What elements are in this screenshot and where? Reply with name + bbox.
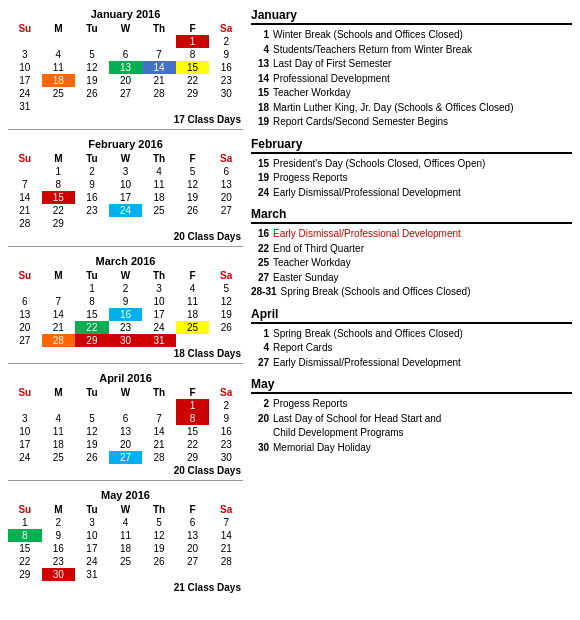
event-description: Students/Teachers Return from Winter Bre… [273,43,572,57]
calendar-cell: 11 [42,61,76,74]
day-header: Tu [75,22,109,35]
event-block: March16Early Dismissal/Professional Deve… [251,207,572,299]
class-days: 20 Class Days [8,230,243,243]
day-header: W [109,22,143,35]
day-header: Tu [75,386,109,399]
calendar-cell: 13 [176,529,210,542]
calendar-cell: 1 [8,516,42,529]
calendar-cell: 15 [8,542,42,555]
calendar-cell: 30 [42,568,76,581]
day-header: Th [142,152,176,165]
calendar-cell: 24 [142,321,176,334]
event-date: 15 [251,157,269,171]
calendar-cell: 20 [109,438,143,451]
calendar-cell [109,35,143,48]
calendar-cell: 28 [209,555,243,568]
event-date: 13 [251,57,269,71]
calendar-cell [109,217,143,230]
calendar-cell: 29 [176,451,210,464]
calendar-cell: 19 [75,438,109,451]
calendar-cell: 31 [75,568,109,581]
calendar-cell [142,568,176,581]
event-row: Child Development Programs [251,426,572,440]
calendar-cell [75,217,109,230]
class-days: 20 Class Days [8,464,243,477]
calendar-cell [209,100,243,113]
calendar-cell: 21 [142,74,176,87]
calendar-cell: 10 [75,529,109,542]
calendar-cell: 27 [109,87,143,100]
calendar-cell: 24 [8,451,42,464]
event-description: Professional Development [273,72,572,86]
event-row: 27Early Dismissal/Professional Developme… [251,356,572,370]
calendar-cell: 29 [176,87,210,100]
calendar-cell: 22 [176,438,210,451]
class-days: 21 Class Days [8,581,243,594]
calendar-cell: 27 [209,204,243,217]
calendar-cell [109,568,143,581]
calendar-cell: 21 [142,438,176,451]
calendar-cell: 19 [142,542,176,555]
calendar-cell: 30 [209,87,243,100]
event-date: 25 [251,256,269,270]
event-row: 1Spring Break (Schools and Offices Close… [251,327,572,341]
calendar-cell [109,399,143,412]
event-description: Last Day of First Semester [273,57,572,71]
event-date: 18 [251,101,269,115]
calendar-cell: 18 [42,438,76,451]
class-days: 18 Class Days [8,347,243,360]
calendar-cell: 12 [142,529,176,542]
day-header: Sa [209,386,243,399]
calendar-cell: 5 [75,48,109,61]
day-header: Tu [75,503,109,516]
calendar-cell: 16 [42,542,76,555]
event-description: Teacher Workday [273,256,572,270]
event-date: 1 [251,28,269,42]
calendar-cell [8,399,42,412]
calendar-cell [176,568,210,581]
event-row: 15President's Day (Schools Closed, Offic… [251,157,572,171]
calendar-cell: 25 [42,451,76,464]
calendar-cell: 5 [176,165,210,178]
calendar-cell: 22 [176,74,210,87]
event-row: 15Teacher Workday [251,86,572,100]
calendar-cell: 2 [75,165,109,178]
calendar-cell: 25 [142,204,176,217]
day-header: Th [142,503,176,516]
day-header: Sa [209,152,243,165]
calendar-cell: 24 [75,555,109,568]
class-days: 17 Class Days [8,113,243,126]
calendar-cell: 29 [75,334,109,347]
calendar-cell: 17 [142,308,176,321]
calendar-cell: 8 [8,529,42,542]
event-date [251,426,269,440]
calendar-cell: 22 [42,204,76,217]
event-description: End of Third Quarter [273,242,572,256]
calendar-cell: 14 [42,308,76,321]
calendar-cell: 17 [75,542,109,555]
calendar-cell: 7 [42,295,76,308]
calendar-cell: 26 [176,204,210,217]
calendar-cell: 17 [8,74,42,87]
event-row: 2Progess Reports [251,397,572,411]
month-block: January 2016SuMTuWThFSa12345678910111213… [8,8,243,130]
event-row: 28-31Spring Break (Schools and Offices C… [251,285,572,299]
event-description: President's Day (Schools Closed, Offices… [273,157,572,171]
calendar-cell: 7 [8,178,42,191]
calendar-cell: 18 [176,308,210,321]
calendar-cell: 1 [42,165,76,178]
event-date: 20 [251,412,269,426]
calendar-cell: 8 [42,178,76,191]
day-header: Su [8,22,42,35]
day-header: Sa [209,503,243,516]
month-block: March 2016SuMTuWThFSa1234567891011121314… [8,255,243,364]
calendar-cell: 20 [8,321,42,334]
calendar-cell: 2 [209,399,243,412]
day-header: W [109,386,143,399]
calendar-cell: 4 [142,165,176,178]
month-block: April 2016SuMTuWThFSa1234567891011121314… [8,372,243,481]
event-date: 4 [251,341,269,355]
calendar-cell [209,217,243,230]
day-header: M [42,22,76,35]
calendar-cell: 4 [176,282,210,295]
